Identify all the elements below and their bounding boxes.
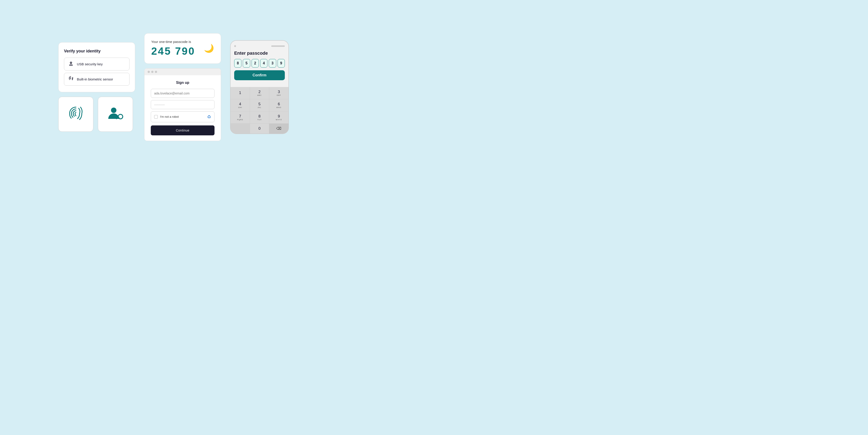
signup-titlebar — [145, 68, 221, 75]
numpad-3[interactable]: 3DEF — [269, 87, 288, 99]
numpad-0[interactable]: 0 — [250, 124, 269, 133]
phone-url-bar — [271, 45, 285, 47]
digit-2: 2 — [252, 59, 259, 68]
usb-key-label: USB security key — [77, 62, 103, 66]
passkey-large-icon — [106, 105, 125, 123]
numpad-1[interactable]: 1 — [230, 87, 250, 99]
otp-timer-icon: 🌙 — [204, 43, 214, 53]
continue-button[interactable]: Continue — [151, 125, 215, 135]
left-column: Verify your identity USB security key — [58, 42, 135, 132]
phone-status-dot — [234, 45, 236, 47]
numpad: 1 2ABC 3DEF 4GHI 5JKL 6MNO 7PQRS 8TUV 9W… — [230, 87, 288, 133]
confirm-button[interactable]: Confirm — [234, 70, 285, 80]
backspace-icon: ⌫ — [276, 126, 281, 131]
numpad-4[interactable]: 4GHI — [230, 99, 250, 111]
recaptcha-logo: ♻ — [207, 114, 211, 120]
verify-title: Verify your identity — [64, 49, 129, 54]
icon-cards-row — [58, 97, 135, 132]
digit-3: 4 — [260, 59, 268, 68]
svg-point-3 — [111, 107, 116, 113]
digit-1: 5 — [243, 59, 250, 68]
numpad-7[interactable]: 7PQRS — [230, 112, 250, 123]
biometric-option[interactable]: Built-in biometric sensor — [64, 73, 129, 86]
dot-1 — [148, 71, 150, 73]
captcha-checkbox[interactable] — [154, 115, 158, 119]
numpad-empty — [230, 124, 250, 133]
middle-column: Your one-time passcode is 245 790 🌙 Sign… — [144, 33, 221, 141]
passcode-title: Enter passcode — [234, 51, 285, 56]
biometric-label: Built-in biometric sensor — [77, 77, 113, 81]
otp-label: Your one-time passcode is — [151, 40, 195, 43]
numpad-backspace[interactable]: ⌫ — [269, 124, 288, 133]
dot-2 — [151, 71, 153, 73]
verify-identity-card: Verify your identity USB security key — [58, 42, 135, 92]
fingerprint-large-icon — [67, 105, 85, 123]
dot-3 — [155, 71, 157, 73]
captcha-left: I'm not a robot — [154, 115, 179, 119]
usb-icon — [68, 61, 74, 67]
signup-heading: Sign up — [151, 81, 215, 85]
numpad-5[interactable]: 5JKL — [250, 99, 269, 111]
captcha-box: I'm not a robot ♻ — [151, 112, 215, 122]
fingerprint-icon — [68, 76, 74, 82]
password-input[interactable] — [151, 100, 215, 109]
otp-code: 245 790 — [151, 45, 195, 57]
passkey-card — [98, 97, 133, 132]
otp-left: Your one-time passcode is 245 790 — [151, 40, 195, 57]
captcha-label: I'm not a robot — [160, 115, 179, 118]
digit-4: 3 — [269, 59, 276, 68]
signup-body: Sign up I'm not a robot ♻ Continue — [145, 75, 221, 141]
phone-topbar — [234, 45, 285, 47]
numpad-2[interactable]: 2ABC — [250, 87, 269, 99]
numpad-6[interactable]: 6MNO — [269, 99, 288, 111]
signup-card: Sign up I'm not a robot ♻ Continue — [144, 68, 221, 141]
numpad-8[interactable]: 8TUV — [250, 112, 269, 123]
otp-card: Your one-time passcode is 245 790 🌙 — [144, 33, 221, 64]
phone-frame: Enter passcode 8 5 2 4 3 9 Confirm 1 2AB… — [230, 40, 289, 134]
digit-5: 9 — [278, 59, 285, 68]
phone-inner: Enter passcode 8 5 2 4 3 9 Confirm — [230, 41, 288, 87]
usb-key-option[interactable]: USB security key — [64, 58, 129, 70]
fingerprint-card — [58, 97, 93, 132]
numpad-9[interactable]: 9WXYZ — [269, 112, 288, 123]
passcode-digits: 8 5 2 4 3 9 — [234, 59, 285, 68]
digit-0: 8 — [234, 59, 241, 68]
email-input[interactable] — [151, 89, 215, 98]
